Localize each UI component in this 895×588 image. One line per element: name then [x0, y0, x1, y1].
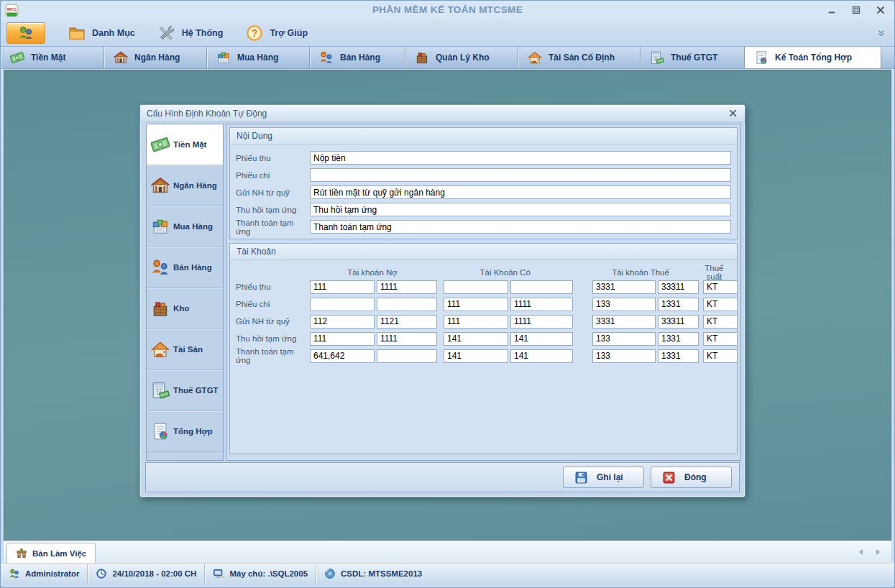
tab-ban-lam-viec[interactable]: Bàn Làm Việc — [6, 543, 96, 563]
grid-row-thu-hoi: Thu hồi tạm ứng — [236, 331, 731, 346]
tab-tien-mat[interactable]: Tiền Mặt — [1, 47, 104, 68]
field-label: Gửi NH từ quỹ — [236, 188, 310, 197]
account-input[interactable] — [658, 280, 699, 294]
account-input[interactable] — [444, 315, 508, 329]
dialog-close-icon[interactable] — [728, 108, 738, 119]
sidebar-item-ngan-hang[interactable]: $ Ngân Hàng — [147, 165, 223, 206]
menu-danh-muc[interactable]: Danh Mục — [68, 24, 135, 42]
gui-nh-tu-quy-input[interactable] — [310, 185, 731, 199]
sidebar-item-kho[interactable]: Kho — [147, 288, 223, 329]
account-input[interactable] — [658, 315, 699, 329]
account-input[interactable] — [510, 280, 573, 294]
tax-rate-input[interactable] — [703, 298, 738, 311]
close-button[interactable]: Đóng — [651, 467, 732, 488]
account-input[interactable] — [444, 349, 508, 363]
users-icon — [18, 25, 34, 41]
tab-ke-toan-tong-hop[interactable]: Kế Toán Tổng Hợp — [745, 47, 881, 68]
account-input[interactable] — [310, 298, 375, 311]
cart-icon — [151, 217, 170, 236]
nav-right-icon[interactable] — [873, 547, 883, 557]
phieu-chi-input[interactable] — [310, 168, 731, 182]
tab-ban-hang[interactable]: Bán Hàng — [310, 47, 405, 68]
account-input[interactable] — [592, 349, 656, 363]
tax-rate-input[interactable] — [703, 349, 738, 363]
account-input[interactable] — [310, 315, 375, 329]
svg-text:?: ? — [252, 27, 258, 39]
group-tai-khoan-title: Tài Khoản — [230, 244, 737, 260]
account-input[interactable] — [444, 332, 508, 346]
chevron-down-icon[interactable] — [876, 28, 886, 38]
account-input[interactable] — [310, 349, 375, 363]
tab-thue-gtgt[interactable]: Thuế GTGT — [641, 47, 745, 68]
ribbon-menu: Danh Mục Hệ Thống ? Trợ Giúp — [1, 20, 894, 46]
summary-icon — [151, 422, 170, 441]
account-input[interactable] — [592, 315, 656, 329]
window-maximize-icon[interactable] — [851, 5, 861, 15]
account-input[interactable] — [658, 349, 699, 363]
sidebar-item-ban-hang[interactable]: Bán Hàng — [147, 247, 223, 288]
status-server: Máy chủ: .\SQL2005 — [204, 564, 316, 583]
dialog-sidebar: Tiền Mặt $ Ngân Hàng Mua Hàng Bán Hàng K… — [146, 124, 224, 461]
clock-icon — [96, 568, 107, 579]
cash-icon — [10, 50, 24, 65]
sidebar-item-tai-san[interactable]: Tài Sản — [147, 329, 223, 370]
account-input[interactable] — [510, 315, 573, 329]
warehouse-icon — [151, 299, 170, 318]
group-noi-dung-title: Nội Dung — [230, 128, 737, 144]
phieu-thu-input[interactable] — [310, 151, 731, 165]
account-input[interactable] — [510, 332, 573, 346]
tax-rate-input[interactable] — [703, 280, 738, 294]
field-label: Thu hồi tạm ứng — [236, 206, 310, 214]
thu-hoi-tam-ung-input[interactable] — [310, 203, 731, 216]
home-button[interactable] — [6, 22, 45, 44]
sidebar-item-mua-hang[interactable]: Mua Hàng — [147, 206, 223, 247]
account-input[interactable] — [444, 280, 508, 294]
menu-tro-giup[interactable]: ? Trợ Giúp — [246, 24, 308, 42]
account-input[interactable] — [444, 298, 508, 311]
save-button[interactable]: Ghi lại — [563, 467, 644, 488]
thanh-toan-tam-ung-input[interactable] — [310, 220, 731, 234]
bank-icon: $ — [151, 176, 170, 195]
sidebar-item-tong-hop[interactable]: Tổng Hợp — [147, 411, 223, 452]
window-close-icon[interactable] — [876, 5, 886, 15]
dialog-title-bar[interactable]: Cấu Hình Định Khoản Tự Động — [140, 105, 745, 122]
account-input[interactable] — [377, 332, 437, 346]
sidebar-item-tien-mat[interactable]: Tiền Mặt — [147, 124, 223, 165]
status-user: Administrator — [1, 564, 87, 583]
account-input[interactable] — [310, 280, 375, 294]
field-row: Phiếu chi — [236, 167, 731, 183]
account-input[interactable] — [592, 332, 656, 346]
account-input[interactable] — [377, 280, 437, 294]
vat-icon — [151, 381, 170, 400]
tax-rate-input[interactable] — [703, 315, 738, 329]
header-thue-suat: Thuế suất — [697, 264, 731, 281]
account-input[interactable] — [310, 332, 375, 346]
account-input[interactable] — [510, 298, 573, 311]
menu-he-thong[interactable]: Hệ Thống — [158, 24, 224, 42]
account-input[interactable] — [377, 349, 437, 363]
menu-label: Trợ Giúp — [270, 28, 308, 38]
account-input[interactable] — [658, 332, 699, 346]
users-icon — [9, 568, 20, 579]
tab-ngan-hang[interactable]: $ Ngân Hàng — [104, 47, 207, 68]
tab-quan-ly-kho[interactable]: Quản Lý Kho — [405, 47, 518, 68]
account-input[interactable] — [377, 315, 437, 329]
account-input[interactable] — [592, 298, 656, 311]
field-label: Thanh toán tạm ứng — [236, 219, 310, 236]
window-minimize-icon[interactable] — [827, 5, 837, 15]
title-bar: MTC PHẦN MỀM KẾ TOÁN MTCSME — [1, 1, 894, 20]
account-input[interactable] — [658, 298, 699, 311]
account-input[interactable] — [592, 280, 656, 294]
account-input[interactable] — [377, 298, 437, 311]
tab-mua-hang[interactable]: Mua Hàng — [207, 47, 310, 68]
tax-rate-input[interactable] — [703, 332, 738, 346]
status-bar: Administrator 24/10/2018 - 02:00 CH Máy … — [1, 564, 894, 583]
folder-icon — [68, 24, 86, 42]
module-tab-strip: Tiền Mặt $ Ngân Hàng Mua Hàng Bán Hàng Q… — [1, 46, 894, 69]
sidebar-item-thue-gtgt[interactable]: Thuế GTGT — [147, 370, 223, 411]
dialog-content: Nội Dung Phiếu thu Phiếu chi Gửi NH từ q… — [226, 124, 741, 461]
tab-tai-san-co-dinh[interactable]: Tài Sản Cố Định — [518, 47, 641, 68]
asset-icon — [528, 50, 542, 65]
account-input[interactable] — [510, 349, 573, 363]
nav-left-icon[interactable] — [856, 547, 866, 557]
